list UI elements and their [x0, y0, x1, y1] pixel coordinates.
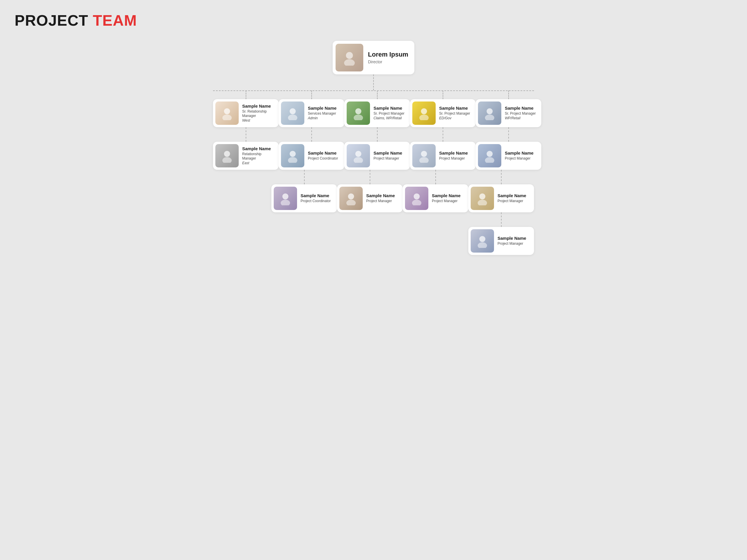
- l1-avatar-0: [215, 102, 239, 125]
- l3-branch-1: Sample Name Project Coordinator: [272, 170, 337, 212]
- org-chart: Lorem Ipsum Director Sample Name: [15, 41, 732, 255]
- l3-avatar-1: [274, 187, 297, 210]
- l3-card-1: Sample Name Project Coordinator: [272, 184, 337, 212]
- l2-photo-1: [281, 144, 304, 167]
- svg-point-22: [282, 193, 289, 199]
- director-name: Lorem Ipsum: [368, 51, 409, 58]
- svg-point-27: [412, 200, 421, 205]
- l2-title-3: Project Manager: [439, 156, 471, 161]
- v-conn-l4-4: [501, 212, 501, 227]
- l3-avatar-4: [471, 187, 494, 210]
- l2-title-0: Relationship ManagerEast: [242, 152, 274, 166]
- director-title: Director: [368, 59, 409, 64]
- l3-name-4: Sample Name: [497, 193, 529, 198]
- v-conn-l3-2: [370, 170, 370, 184]
- svg-point-6: [355, 108, 362, 114]
- l1-info-3: Sample Name Sr. Project ManagerED/Gov: [439, 106, 471, 121]
- v-conn-l2-0: [246, 127, 246, 142]
- l1-card-3: Sample Name Sr. Project ManagerED/Gov: [410, 99, 475, 127]
- svg-point-11: [485, 115, 494, 120]
- l3-title-3: Project Manager: [432, 199, 464, 204]
- l1-card-0: Sample Name Sr. Relationship ManagerWest: [213, 99, 279, 127]
- svg-point-5: [288, 115, 297, 120]
- director-avatar: [336, 44, 363, 72]
- l2-info-0: Sample Name Relationship ManagerEast: [242, 146, 274, 166]
- svg-point-19: [419, 157, 429, 163]
- l2-info-4: Sample Name Project Manager: [505, 151, 537, 161]
- l1-info-1: Sample Name Services ManagerAdmin: [308, 106, 340, 121]
- l1-photo-0: [215, 102, 239, 125]
- level1-container: Sample Name Sr. Relationship ManagerWest…: [199, 90, 548, 127]
- l3-card-2: Sample Name Project Manager: [337, 184, 403, 212]
- l2-card-3: Sample Name Project Manager: [410, 142, 475, 170]
- l1-avatar-3: [412, 102, 436, 125]
- h-line-l1: [213, 90, 534, 91]
- connector-director-down: [373, 74, 374, 90]
- svg-point-12: [224, 151, 230, 157]
- l2-title-4: Project Manager: [505, 156, 537, 161]
- l3-info-4: Sample Name Project Manager: [497, 193, 529, 204]
- l2-avatar-0: [215, 144, 239, 167]
- l1-title-1: Services ManagerAdmin: [308, 111, 340, 121]
- svg-point-17: [354, 157, 363, 163]
- l1-card-1: Sample Name Services ManagerAdmin: [279, 99, 344, 127]
- l2-name-3: Sample Name: [439, 151, 471, 156]
- svg-point-4: [290, 108, 296, 114]
- v-conn-l1-4: [508, 90, 509, 99]
- l2-branch-0: Sample Name Relationship ManagerEast: [213, 127, 279, 170]
- l1-info-2: Sample Name Sr. Project ManagerClaims, W…: [374, 106, 405, 121]
- l1-name-0: Sample Name: [242, 104, 274, 109]
- v-conn-l2-3: [443, 127, 443, 142]
- l2-card-1: Sample Name Project Coordinator: [279, 142, 344, 170]
- v-conn-l3-3: [435, 170, 436, 184]
- svg-point-3: [222, 115, 232, 120]
- l2-name-2: Sample Name: [374, 151, 405, 156]
- l2-photo-3: [412, 144, 436, 167]
- svg-point-31: [478, 242, 487, 248]
- svg-point-9: [419, 115, 429, 120]
- l1-name-3: Sample Name: [439, 106, 471, 111]
- l3-title-2: Project Manager: [366, 199, 398, 204]
- l3-photo-4: [471, 187, 494, 210]
- v-conn-l1-2: [377, 90, 378, 99]
- svg-point-16: [355, 151, 362, 157]
- l2-branch-2: Sample Name Project Manager: [344, 127, 410, 170]
- svg-point-15: [288, 157, 297, 163]
- l3-card-4: Sample Name Project Manager: [468, 184, 534, 212]
- l3-avatar-2: [339, 187, 363, 210]
- l4-title-4: Project Manager: [497, 241, 529, 246]
- l2-title-2: Project Manager: [374, 156, 405, 161]
- l4-branch-4: Sample Name Project Manager: [468, 212, 534, 255]
- svg-point-13: [222, 157, 232, 163]
- l2-info-1: Sample Name Project Coordinator: [308, 151, 340, 161]
- l1-card-4: Sample Name Sr. Project ManagerWP/Retail: [475, 99, 541, 127]
- l1-photo-1: [281, 102, 304, 125]
- svg-point-26: [414, 193, 420, 199]
- l3-photo-2: [339, 187, 363, 210]
- svg-point-0: [346, 52, 353, 59]
- svg-point-2: [224, 108, 230, 114]
- l1-name-2: Sample Name: [374, 106, 405, 111]
- l4-card-4: Sample Name Project Manager: [468, 227, 534, 255]
- l1-card-2: Sample Name Sr. Project ManagerClaims, W…: [344, 99, 410, 127]
- l3-info-3: Sample Name Project Manager: [432, 193, 464, 204]
- l1-photo-3: [412, 102, 436, 125]
- l3-photo-3: [405, 187, 428, 210]
- svg-point-14: [290, 151, 296, 157]
- v-conn-l3-4: [501, 170, 501, 184]
- l3-name-2: Sample Name: [366, 193, 398, 198]
- v-conn-l2-1: [311, 127, 312, 142]
- l1-branch-2: Sample Name Sr. Project ManagerClaims, W…: [344, 90, 410, 127]
- l2-avatar-1: [281, 144, 304, 167]
- l2-card-2: Sample Name Project Manager: [344, 142, 410, 170]
- svg-point-29: [478, 200, 487, 205]
- v-conn-l1-0: [246, 90, 246, 99]
- l4-name-4: Sample Name: [497, 236, 529, 241]
- v-conn-l1-1: [311, 90, 312, 99]
- l2-photo-0: [215, 144, 239, 167]
- level2-container: Sample Name Relationship ManagerEast Sam…: [199, 127, 548, 170]
- l2-name-0: Sample Name: [242, 146, 274, 151]
- l1-title-0: Sr. Relationship ManagerWest: [242, 109, 274, 123]
- l1-branch-0: Sample Name Sr. Relationship ManagerWest: [213, 90, 279, 127]
- l2-name-4: Sample Name: [505, 151, 537, 156]
